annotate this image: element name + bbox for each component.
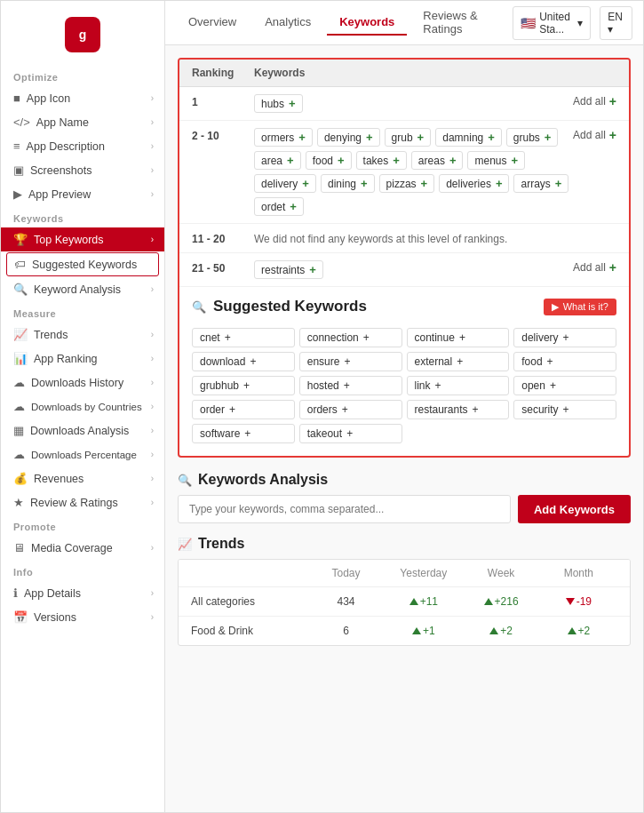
category-name: All categories [191, 595, 307, 608]
sidebar-item-label: Downloads by Countries [31, 402, 142, 412]
add-tag-button[interactable]: + [393, 154, 400, 167]
suggested-tag: hosted+ [299, 376, 402, 395]
add-keywords-button[interactable]: Add Keywords [518, 495, 631, 523]
add-tag-button[interactable]: + [457, 355, 463, 368]
add-tag-button[interactable]: + [459, 331, 465, 344]
sidebar-item-keyword-analysis[interactable]: 🔍 Keyword Analysis › [1, 277, 164, 301]
sidebar-item-app-ranking[interactable]: 📊 App Ranking › [1, 347, 164, 371]
add-tag-button[interactable]: + [342, 403, 348, 416]
month-value: -19 [540, 595, 617, 608]
add-tag-button[interactable]: + [250, 355, 256, 368]
app-details-icon: ℹ [13, 586, 18, 600]
keyword-tag: restraints+ [254, 260, 323, 279]
language-selector[interactable]: EN ▾ [600, 6, 632, 40]
suggested-tag: download+ [192, 352, 295, 371]
keyword-tag: arrays+ [513, 174, 568, 193]
app-logo[interactable]: g [65, 17, 100, 52]
add-tag-button[interactable]: + [298, 131, 306, 144]
sidebar-item-downloads-percentage[interactable]: ☁ Downloads Percentage › [1, 442, 164, 466]
add-tag-button[interactable]: + [309, 263, 316, 276]
trends-col-week: Week [462, 567, 539, 579]
sidebar-item-downloads-history[interactable]: ☁ Downloads History › [1, 371, 164, 395]
dropdown-icon: ▾ [577, 17, 583, 29]
tab-reviews-ratings[interactable]: Reviews & Ratings [410, 4, 505, 43]
add-tag-button[interactable]: + [289, 97, 296, 110]
add-tag-button[interactable]: + [344, 379, 350, 392]
sidebar-item-app-icon[interactable]: ■ App Icon › [1, 86, 164, 110]
keyword-row-21-50: 21 - 50 restraints+ Add all + [179, 253, 629, 287]
add-tag-button[interactable]: + [488, 131, 495, 144]
keyword-tag: area+ [254, 151, 301, 170]
add-all-button[interactable]: Add all + [573, 260, 616, 275]
add-tag-button[interactable]: + [563, 331, 569, 344]
sidebar-item-suggested-keywords[interactable]: 🏷 Suggested Keywords [6, 252, 159, 276]
add-tag-button[interactable]: + [512, 154, 519, 167]
keyword-tag: areas+ [411, 151, 464, 170]
add-all-button[interactable]: Add all + [573, 94, 616, 108]
add-tag-button[interactable]: + [563, 403, 569, 416]
add-tag-button[interactable]: + [302, 177, 309, 190]
add-all-button[interactable]: Add all + [573, 128, 616, 142]
country-selector[interactable]: 🇺🇸 United Sta... ▾ [513, 6, 591, 40]
keywords-table-header: Ranking Keywords [179, 60, 629, 87]
tab-analytics[interactable]: Analytics [252, 10, 323, 36]
tag-text: grub [392, 132, 413, 144]
add-tag-button[interactable]: + [344, 355, 350, 368]
tag-text: external [415, 355, 453, 368]
trends-section-title: 📈 Trends [178, 536, 631, 552]
chevron-icon: › [151, 141, 154, 151]
add-tag-button[interactable]: + [555, 177, 562, 190]
add-tag-button[interactable]: + [338, 154, 345, 167]
add-tag-button[interactable]: + [243, 379, 250, 392]
add-tag-button[interactable]: + [473, 403, 479, 416]
sidebar-item-top-keywords[interactable]: 🏆 Top Keywords › [1, 227, 164, 251]
add-tag-button[interactable]: + [290, 200, 297, 213]
chevron-icon: › [151, 612, 154, 622]
sidebar-item-app-description[interactable]: ≡ App Description › [1, 134, 164, 158]
up-arrow-icon [409, 598, 418, 605]
add-tag-button[interactable]: + [229, 403, 235, 416]
chevron-icon: › [151, 474, 154, 483]
trends-col-yesterday: Yesterday [385, 567, 462, 579]
sidebar-item-review-ratings[interactable]: ★ Review & Ratings › [1, 490, 164, 514]
tag-text: denying [324, 132, 362, 144]
sidebar-item-trends[interactable]: 📈 Trends › [1, 323, 164, 347]
add-tag-button[interactable]: + [417, 131, 425, 144]
sidebar-item-app-details[interactable]: ℹ App Details › [1, 581, 164, 605]
what-is-it-button[interactable]: ▶ What is it? [544, 299, 616, 315]
add-tag-button[interactable]: + [361, 177, 368, 190]
sidebar-item-downloads-analysis[interactable]: ▦ Downloads Analysis › [1, 418, 164, 442]
chevron-icon: › [151, 117, 154, 127]
sidebar-item-app-name[interactable]: </> App Name › [1, 110, 164, 134]
sidebar-item-label: Top Keywords [34, 234, 104, 246]
add-tag-button[interactable]: + [346, 427, 353, 440]
analysis-icon: 🔍 [178, 474, 192, 487]
sidebar-item-label: App Icon [27, 92, 70, 105]
add-tag-button[interactable]: + [363, 331, 370, 344]
add-tag-button[interactable]: + [287, 154, 294, 167]
add-tag-button[interactable]: + [547, 355, 553, 368]
tab-keywords[interactable]: Keywords [327, 10, 407, 36]
suggested-keywords-grid: cnet+ connection+ continue+ delivery+ do… [179, 323, 629, 456]
suggested-tag: external+ [407, 352, 510, 371]
sidebar-item-media-coverage[interactable]: 🖥 Media Coverage › [1, 536, 164, 560]
add-tag-button[interactable]: + [449, 154, 457, 167]
add-tag-button[interactable]: + [435, 379, 441, 392]
add-all-label: Add all [573, 95, 606, 108]
add-tag-button[interactable]: + [244, 427, 250, 440]
tag-text: delivery [261, 178, 298, 190]
sidebar-item-screenshots[interactable]: ▣ Screenshots › [1, 158, 164, 182]
add-tag-button[interactable]: + [225, 331, 231, 344]
sidebar-item-revenues[interactable]: 💰 Revenues › [1, 466, 164, 490]
sidebar-item-downloads-by-countries[interactable]: ☁ Downloads by Countries › [1, 395, 164, 418]
sidebar-item-versions[interactable]: 📅 Versions › [1, 605, 164, 629]
sidebar-item-app-preview[interactable]: ▶ App Preview › [1, 182, 164, 206]
tab-overview[interactable]: Overview [176, 10, 249, 36]
add-tag-button[interactable]: + [550, 379, 556, 392]
add-tag-button[interactable]: + [421, 177, 428, 190]
add-tag-button[interactable]: + [366, 131, 373, 144]
keywords-analysis-input[interactable] [178, 495, 511, 523]
add-tag-button[interactable]: + [545, 131, 552, 144]
add-tag-button[interactable]: + [496, 177, 503, 190]
tag-text: area [261, 155, 282, 167]
